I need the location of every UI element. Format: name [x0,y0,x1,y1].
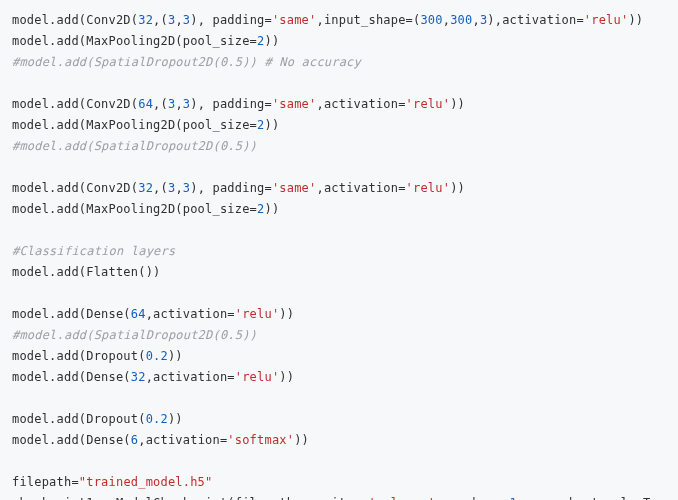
code-token: 64 [138,97,153,111]
code-token: model.add(MaxPooling2D(pool_size= [12,34,257,48]
code-token: filepath= [12,475,79,489]
code-token: model.add(Conv2D( [12,181,138,195]
code-token: 300 [450,13,472,27]
code-line: #Classification layers [12,244,175,258]
code-line: model.add(Flatten()) [12,265,161,279]
code-line: checkpoint1 = ModelCheckpoint(filepath, … [12,496,665,500]
code-token: ,activation= [316,97,405,111]
code-token: model.add(MaxPooling2D(pool_size= [12,202,257,216]
code-token: )) [450,97,465,111]
code-line: model.add(Conv2D(32,(3,3), padding='same… [12,181,465,195]
code-token: 'same' [272,97,317,111]
code-token: 'softmax' [227,433,294,447]
code-token: model.add(Dropout( [12,412,146,426]
code-line: model.add(MaxPooling2D(pool_size=2)) [12,118,279,132]
code-token: 0.2 [146,412,168,426]
code-token: ,( [153,97,168,111]
code-block: model.add(Conv2D(32,(3,3), padding='same… [12,10,666,500]
code-token: )) [264,202,279,216]
code-line: model.add(Dropout(0.2)) [12,349,183,363]
code-line: model.add(Conv2D(32,(3,3), padding='same… [12,13,643,27]
code-token: , [472,13,479,27]
code-token: 'same' [272,181,317,195]
code-token: 32 [131,370,146,384]
code-token: 32 [138,181,153,195]
code-token: model.add(Dense( [12,307,131,321]
code-token: #model.add(SpatialDropout2D(0.5)) [12,328,257,342]
code-token: model.add(Dense( [12,370,131,384]
code-token: model.add(Dense( [12,433,131,447]
code-token: 0.2 [146,349,168,363]
code-token: #model.add(SpatialDropout2D(0.5)) # No a… [12,55,361,69]
code-token: , [175,181,182,195]
code-token: 32 [138,13,153,27]
code-token: )) [168,349,183,363]
code-token: )) [279,370,294,384]
code-token: checkpoint1 = ModelCheckpoint(filepath, … [12,496,368,500]
code-token: model.add(Conv2D( [12,97,138,111]
code-token: model.add(Flatten()) [12,265,161,279]
code-token: #model.add(SpatialDropout2D(0.5)) [12,139,257,153]
code-token: #Classification layers [12,244,175,258]
code-token: )) [294,433,309,447]
code-token: , [175,97,182,111]
code-token: ,activation= [316,181,405,195]
code-token: ,activation= [146,370,235,384]
code-token: )) [168,412,183,426]
code-line: model.add(MaxPooling2D(pool_size=2)) [12,34,279,48]
code-token: 'relu' [406,181,451,195]
code-token: ,activation= [138,433,227,447]
code-token: model.add(MaxPooling2D(pool_size= [12,118,257,132]
code-line: model.add(MaxPooling2D(pool_size=2)) [12,202,279,216]
code-token: )) [264,34,279,48]
code-token: 'same' [272,13,317,27]
code-token: )) [264,118,279,132]
code-line: #model.add(SpatialDropout2D(0.5)) [12,328,257,342]
code-line: model.add(Dense(64,activation='relu')) [12,307,294,321]
code-token: model.add(Conv2D( [12,13,138,27]
code-line: model.add(Dense(32,activation='relu')) [12,370,294,384]
code-token: 'relu' [584,13,629,27]
code-token: ,activation= [146,307,235,321]
code-token: )) [279,307,294,321]
code-token: ,( [153,13,168,27]
code-line: model.add(Dense(6,activation='softmax')) [12,433,309,447]
code-token: )) [450,181,465,195]
code-token: model.add(Dropout( [12,349,146,363]
code-token: ,input_shape=( [316,13,420,27]
code-token: 'relu' [235,307,280,321]
code-token: , verbose= [435,496,509,500]
code-line: model.add(Conv2D(64,(3,3), padding='same… [12,97,465,111]
code-token: 1 [509,496,516,500]
code-token: ), padding= [190,97,272,111]
code-token: , [175,13,182,27]
code-token: ,( [153,181,168,195]
code-token: "trained_model.h5" [79,475,213,489]
code-line: #model.add(SpatialDropout2D(0.5)) # No a… [12,55,361,69]
code-token: 300 [420,13,442,27]
code-token: ),activation= [487,13,584,27]
code-token: ), padding= [190,181,272,195]
code-token: 'relu' [406,97,451,111]
code-line: filepath="trained_model.h5" [12,475,212,489]
code-token: 64 [131,307,146,321]
code-token: 'relu' [235,370,280,384]
code-token: 'val_acc' [368,496,435,500]
code-line: model.add(Dropout(0.2)) [12,412,183,426]
code-token: )) [628,13,643,27]
code-token: ), padding= [190,13,272,27]
code-line: #model.add(SpatialDropout2D(0.5)) [12,139,257,153]
